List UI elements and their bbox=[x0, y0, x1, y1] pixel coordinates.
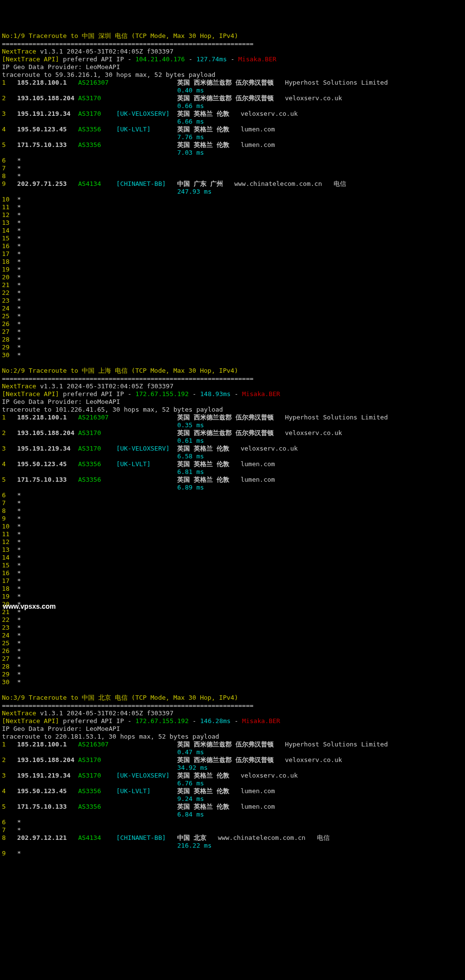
hop-star: * bbox=[17, 157, 21, 164]
hop-location: 中国 北京 bbox=[177, 834, 206, 841]
hop-network bbox=[116, 414, 177, 421]
hop-rtt: 216.22 ms bbox=[177, 842, 211, 849]
hop-ip: 185.218.100.1 bbox=[17, 79, 78, 86]
hop-num: 22 bbox=[2, 289, 17, 296]
hop-num: 8 bbox=[2, 507, 17, 514]
hop-num: 3 bbox=[2, 110, 17, 117]
trace-target: traceroute to 220.181.53.1, 30 hops max,… bbox=[2, 733, 219, 740]
hop-star: * bbox=[17, 523, 21, 530]
hop-num: 5 bbox=[2, 141, 17, 148]
hop-network: [UK-VELOXSERV] bbox=[116, 772, 177, 779]
hop-num: 25 bbox=[2, 312, 17, 320]
hop-host: veloxserv.co.uk bbox=[241, 772, 298, 779]
hop-host: lumen.com bbox=[241, 126, 275, 133]
trace-header: No:2/9 Traceroute to 中国 上海 电信 (TCP Mode,… bbox=[2, 367, 238, 374]
hop-num: 7 bbox=[2, 826, 17, 834]
hop-num: 13 bbox=[2, 546, 17, 553]
nexttrace-version: v1.3.1 2024-05-31T02:04:05Z f303397 bbox=[36, 48, 173, 55]
hop-rtt: 9.24 ms bbox=[177, 795, 204, 802]
hop-num: 23 bbox=[2, 297, 17, 304]
hop-star: * bbox=[17, 344, 21, 351]
hop-location: 英国 西米德兰兹郡 伍尔弗汉普顿 bbox=[177, 414, 274, 421]
hop-host: Hyperhost Solutions Limited bbox=[285, 414, 388, 421]
hop-ip: 193.105.188.204 bbox=[17, 429, 78, 436]
hop-ip: 185.218.100.1 bbox=[17, 414, 78, 421]
hop-num: 17 bbox=[2, 577, 17, 584]
hop-ip: 195.50.123.45 bbox=[17, 460, 78, 468]
hop-num: 15 bbox=[2, 235, 17, 242]
geo-provider: IP Geo Data Provider: LeoMoeAPI bbox=[2, 725, 120, 732]
hop-num: 10 bbox=[2, 523, 17, 530]
hop-num: 21 bbox=[2, 281, 17, 289]
trace-target: traceroute to 59.36.216.1, 30 hops max, … bbox=[2, 71, 215, 78]
api-prefix: [NextTrace API] bbox=[2, 717, 59, 725]
nexttrace-version: v1.3.1 2024-05-31T02:04:05Z f303397 bbox=[36, 382, 173, 390]
hop-network bbox=[116, 94, 177, 102]
hop-num: 5 bbox=[2, 803, 17, 810]
hop-num: 18 bbox=[2, 585, 17, 592]
hop-star: * bbox=[17, 266, 21, 273]
hop-rtt: 6.58 ms bbox=[177, 453, 204, 460]
api-text: preferred API IP - bbox=[59, 717, 135, 725]
hop-star: * bbox=[17, 530, 21, 538]
hop-asn: AS3170 bbox=[78, 429, 116, 436]
hop-ip: 202.97.71.253 bbox=[17, 180, 78, 187]
hop-network: [UK-LVLT] bbox=[116, 787, 177, 795]
hop-network: [UK-LVLT] bbox=[116, 460, 177, 468]
hop-num: 30 bbox=[2, 678, 17, 686]
hop-rtt: 6.81 ms bbox=[177, 468, 204, 475]
api-text: preferred API IP - bbox=[59, 390, 135, 398]
hop-asn: AS3170 bbox=[78, 94, 116, 102]
hop-host: Hyperhost Solutions Limited bbox=[285, 741, 388, 748]
hop-num: 2 bbox=[2, 94, 17, 102]
hop-num: 15 bbox=[2, 562, 17, 569]
hop-host: lumen.com bbox=[241, 460, 275, 468]
hop-star: * bbox=[17, 593, 21, 600]
hop-num: 24 bbox=[2, 305, 17, 312]
hop-host: lumen.com bbox=[241, 803, 275, 810]
hop-num: 9 bbox=[2, 515, 17, 522]
trace-header: No:3/9 Traceroute to 中国 北京 电信 (TCP Mode,… bbox=[2, 694, 238, 701]
hop-host: veloxserv.co.uk bbox=[241, 110, 298, 117]
hop-star: * bbox=[17, 281, 21, 289]
hop-star: * bbox=[17, 219, 21, 226]
hop-star: * bbox=[17, 507, 21, 514]
hop-asn: AS3356 bbox=[78, 476, 116, 483]
hop-host: lumen.com bbox=[241, 476, 275, 483]
hop-rtt: 7.03 ms bbox=[177, 149, 204, 156]
hop-star: * bbox=[17, 624, 21, 631]
geo-provider: IP Geo Data Provider: LeoMoeAPI bbox=[2, 398, 120, 405]
hop-num: 2 bbox=[2, 756, 17, 763]
api-rtt: 127.74ms bbox=[196, 55, 227, 63]
hop-location: 英国 西米德兰兹郡 伍尔弗汉普顿 bbox=[177, 79, 274, 86]
hop-location: 英国 英格兰 伦敦 bbox=[177, 126, 229, 133]
hop-ip: 185.218.100.1 bbox=[17, 741, 78, 748]
hop-rtt: 34.92 ms bbox=[177, 764, 208, 771]
hop-star: * bbox=[17, 289, 21, 296]
hop-star: * bbox=[17, 577, 21, 584]
hop-asn: AS3170 bbox=[78, 772, 116, 779]
hop-star: * bbox=[17, 639, 21, 647]
api-node: Misaka.BER bbox=[238, 55, 276, 63]
hop-star: * bbox=[17, 250, 21, 257]
hop-star: * bbox=[17, 227, 21, 234]
separator: ========================================… bbox=[2, 702, 254, 709]
hop-num: 8 bbox=[2, 172, 17, 180]
hop-num: 4 bbox=[2, 787, 17, 795]
hop-rtt: 6.66 ms bbox=[177, 118, 204, 125]
hop-num: 29 bbox=[2, 344, 17, 351]
hop-star: * bbox=[17, 203, 21, 211]
hop-num: 4 bbox=[2, 126, 17, 133]
hop-location: 英国 英格兰 伦敦 bbox=[177, 476, 229, 483]
hop-host: veloxserv.co.uk bbox=[285, 429, 342, 436]
hop-star: * bbox=[17, 258, 21, 265]
hop-ip: 202.97.12.121 bbox=[17, 834, 78, 841]
hop-num: 3 bbox=[2, 772, 17, 779]
hop-network bbox=[116, 141, 177, 148]
nexttrace-label: NextTrace bbox=[2, 709, 36, 717]
hop-asn: AS216307 bbox=[78, 79, 116, 86]
hop-asn: AS216307 bbox=[78, 414, 116, 421]
api-node: Misaka.BER bbox=[242, 390, 280, 398]
hop-rtt: 0.40 ms bbox=[177, 87, 204, 94]
hop-rtt: 7.76 ms bbox=[177, 133, 204, 141]
